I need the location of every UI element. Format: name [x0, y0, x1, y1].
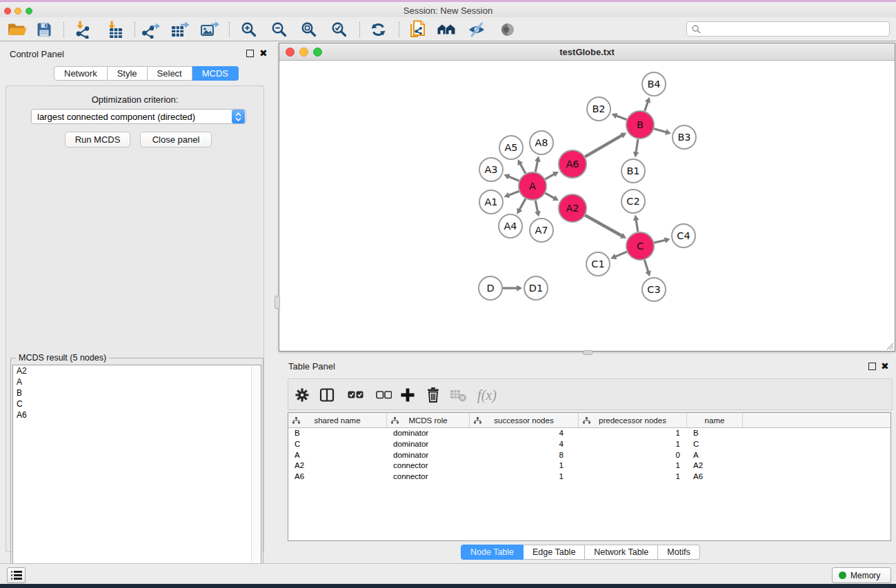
table-row[interactable]: Bdominator41B	[288, 428, 890, 439]
criterion-dropdown[interactable]: largest connected component (directed)	[31, 109, 246, 124]
new-network-from-selection-icon[interactable]	[407, 21, 428, 39]
graph-edge-A-A5[interactable]	[520, 164, 526, 174]
graph-edge-B-B1[interactable]	[636, 139, 638, 153]
column-header-MCDS-role[interactable]: MCDS role	[387, 413, 470, 427]
mcds-result-item[interactable]: A	[13, 376, 261, 387]
graph-edge-A-A1[interactable]	[508, 192, 519, 196]
graph-edge-A-A8[interactable]	[535, 161, 537, 172]
tab-edge-table[interactable]: Edge Table	[524, 545, 585, 560]
graph-edge-A-A6[interactable]	[545, 174, 554, 179]
table-cell: dominator	[387, 450, 470, 461]
column-header-name[interactable]: name	[687, 413, 743, 427]
network-canvas[interactable]: B4B2BB3A5A8A6A3AB1A1C2A2A4A7C4CC1C3DD1	[279, 61, 895, 351]
table-cell: B	[288, 428, 387, 439]
zoom-selected-icon[interactable]	[329, 21, 350, 39]
save-session-icon[interactable]	[34, 21, 54, 39]
tab-mcds[interactable]: MCDS	[192, 66, 239, 81]
split-panel-icon[interactable]	[317, 385, 337, 405]
zoom-out-icon[interactable]	[269, 21, 290, 39]
graph-edge-C-C2[interactable]	[636, 220, 638, 232]
table-cell: 0	[579, 450, 687, 461]
memory-button[interactable]: Memory	[832, 567, 891, 583]
close-panel-button[interactable]: Close panel	[140, 132, 212, 148]
tab-select[interactable]: Select	[148, 66, 192, 81]
desktop-background-bottom	[0, 584, 896, 588]
list-scrollbar-track[interactable]	[251, 366, 260, 588]
column-header-shared-name[interactable]: shared name	[288, 413, 387, 427]
panel-divider-grip-vertical[interactable]	[275, 296, 280, 309]
table-panel: Table Panel ✖ f(x) shared nameMCDS roles…	[278, 355, 896, 562]
graph-edge-A-A4[interactable]	[519, 199, 526, 210]
column-header-label: successor nodes	[494, 416, 553, 425]
tab-network-table[interactable]: Network Table	[585, 545, 658, 560]
tab-node-table[interactable]: Node Table	[461, 545, 524, 560]
mcds-result-item[interactable]: B	[13, 387, 261, 398]
search-input[interactable]	[704, 23, 889, 35]
table-cell: 1	[470, 460, 579, 472]
select-all-columns-icon[interactable]	[346, 385, 365, 405]
import-network-icon[interactable]	[72, 21, 93, 39]
close-panel-icon[interactable]: ✖	[259, 50, 268, 57]
float-table-panel-icon[interactable]	[868, 363, 876, 370]
search-box[interactable]	[686, 21, 890, 37]
graph-edge-A-A3[interactable]	[508, 176, 519, 181]
window-resize-grip[interactable]	[886, 342, 894, 350]
zoom-fit-icon[interactable]	[299, 21, 319, 39]
export-image-icon[interactable]	[199, 21, 220, 39]
memory-label: Memory	[850, 571, 880, 580]
apply-layout-icon[interactable]	[368, 21, 388, 39]
graph-edge-C-C1[interactable]	[615, 252, 627, 256]
graph-edge-A2-C[interactable]	[585, 215, 622, 236]
first-neighbors-icon[interactable]	[437, 21, 457, 39]
task-list-icon	[11, 571, 22, 580]
table-row[interactable]: A6connector11A6	[288, 472, 890, 483]
graph-edge-A-A2[interactable]	[545, 193, 554, 198]
graph-node-label: A8	[535, 137, 548, 148]
delete-table-icon[interactable]	[448, 385, 468, 405]
table-row[interactable]: Cdominator41C	[288, 439, 890, 450]
graph-edge-A6-B[interactable]	[585, 135, 622, 156]
graph-edge-C-C3[interactable]	[644, 260, 648, 272]
delete-columns-trash-icon[interactable]	[424, 385, 443, 405]
graph-node-label: C1	[591, 258, 604, 270]
table-cell: 1	[579, 472, 687, 483]
table-row[interactable]: A2connector11A2	[288, 460, 890, 472]
mcds-result-item[interactable]: C	[13, 398, 261, 409]
mcds-result-item[interactable]: A2	[13, 365, 261, 376]
deselect-all-columns-icon[interactable]	[374, 385, 393, 405]
panel-divider-grip-horizontal[interactable]	[583, 350, 593, 355]
graph-edge-B-B2[interactable]	[616, 116, 626, 120]
zoom-in-icon[interactable]	[239, 21, 259, 39]
export-network-icon[interactable]	[140, 21, 161, 39]
table-body: Bdominator41BCdominator41CAdominator80AA…	[288, 428, 890, 483]
close-table-panel-icon[interactable]: ✖	[881, 363, 889, 370]
graph-edge-B-B4[interactable]	[645, 102, 648, 112]
graph-edge-C-C4[interactable]	[654, 240, 665, 243]
import-table-icon[interactable]	[104, 21, 125, 39]
column-header-predecessor-nodes[interactable]: predecessor nodes	[579, 413, 687, 427]
mcds-result-item[interactable]: A6	[13, 409, 261, 420]
hide-selected-eye-icon[interactable]	[466, 21, 487, 39]
graph-edge-A-A7[interactable]	[535, 201, 537, 212]
open-session-icon[interactable]	[7, 21, 28, 39]
show-all-eye-icon[interactable]	[497, 21, 518, 39]
control-panel: Control Panel ✖ Network Style Select MCD…	[0, 43, 270, 558]
float-panel-icon[interactable]	[246, 50, 254, 57]
tab-style[interactable]: Style	[108, 66, 148, 81]
table-row[interactable]: Adominator80A	[288, 450, 890, 461]
tab-motifs[interactable]: Motifs	[658, 545, 699, 560]
task-history-button[interactable]	[7, 567, 26, 583]
mcds-result-list[interactable]: A2ABCA6	[12, 365, 261, 588]
graph-node-label: A5	[504, 142, 517, 153]
tab-network[interactable]: Network	[54, 66, 108, 81]
main-toolbar	[0, 17, 896, 41]
function-builder-icon[interactable]: f(x)	[473, 385, 501, 405]
export-table-icon[interactable]	[170, 21, 190, 39]
graph-edge-B-B3[interactable]	[654, 129, 666, 132]
table-settings-gear-icon[interactable]	[292, 385, 312, 405]
run-mcds-button[interactable]: Run MCDS	[65, 132, 130, 148]
add-column-plus-icon[interactable]	[398, 385, 417, 405]
table-cell: connector	[387, 460, 470, 472]
dropdown-stepper-icon	[232, 110, 245, 123]
column-header-successor-nodes[interactable]: successor nodes	[470, 413, 579, 427]
